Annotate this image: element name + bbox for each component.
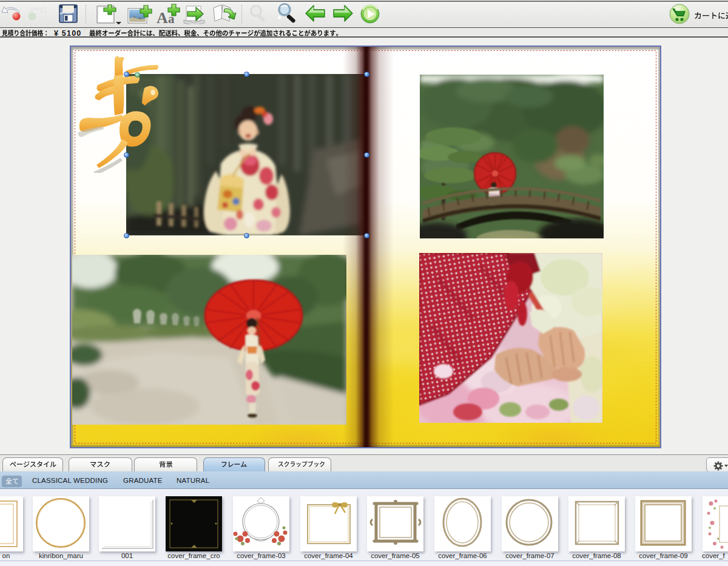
svg-text:A: A (157, 9, 168, 25)
